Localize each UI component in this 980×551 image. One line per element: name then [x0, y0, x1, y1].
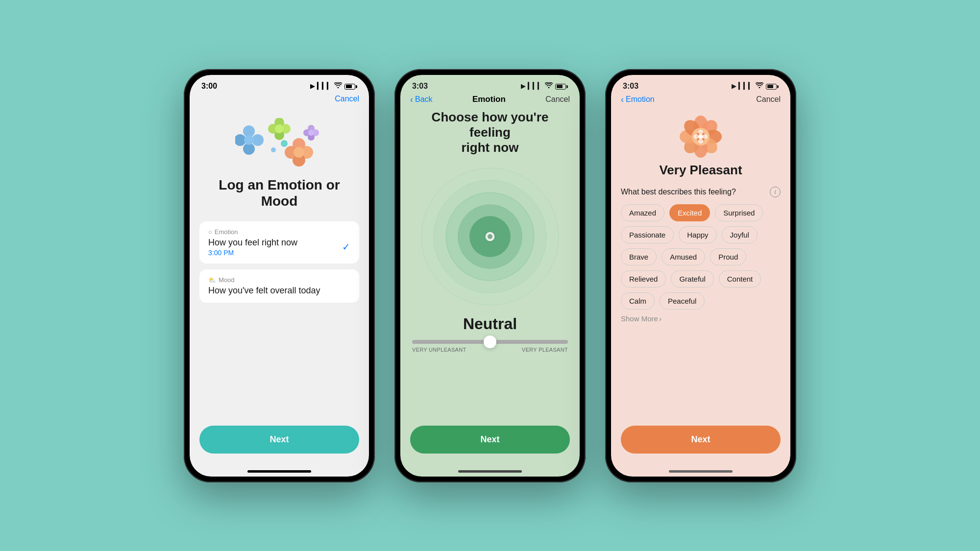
next-button-2[interactable]: Next [410, 426, 570, 454]
emotion-chip-happy[interactable]: Happy [679, 226, 716, 243]
status-icons-2: ▶ ▎▎▎ [521, 82, 568, 90]
svg-point-46 [703, 134, 708, 139]
signal-icon-3: ▎▎▎ [738, 82, 753, 90]
wifi-icon-2 [545, 82, 553, 90]
emotion-label: Emotion [215, 228, 238, 236]
battery-icon-2 [555, 82, 568, 90]
mood-option-card[interactable]: ⛅ Mood How you've felt overall today [199, 269, 359, 303]
svg-point-21 [308, 130, 314, 136]
show-more-button[interactable]: Show More › [621, 314, 662, 323]
back-button-3[interactable]: ‹ Emotion [621, 95, 655, 105]
next-button-1[interactable]: Next [199, 426, 359, 454]
emotion-time: 3:00 PM [208, 249, 297, 257]
svg-point-45 [694, 134, 699, 139]
mood-label: Mood [219, 276, 235, 284]
very-pleasant-flower [679, 115, 723, 159]
phone3-content: Very Pleasant What best describes this f… [611, 110, 790, 426]
page-title-1: Log an Emotion or Mood [199, 177, 359, 210]
cancel-button-2[interactable]: Cancel [545, 95, 570, 104]
wifi-icon-3 [756, 82, 763, 90]
nav-bar-2: ‹ Back Emotion Cancel [400, 93, 580, 110]
battery-icon-3 [766, 82, 779, 90]
location-icon-3: ▶ [732, 83, 736, 90]
phone1-content: Log an Emotion or Mood ○ Emotion How you… [190, 108, 369, 426]
phone-2: 3:03 ▶ ▎▎▎ [394, 69, 586, 482]
mood-icon: ⛅ [208, 276, 216, 284]
emotion-option-card[interactable]: ○ Emotion How you feel right now 3:00 PM… [199, 221, 359, 264]
emotion-chip-relieved[interactable]: Relieved [621, 270, 666, 287]
emotion-chip-grateful[interactable]: Grateful [671, 270, 713, 287]
chevron-left-icon-3: ‹ [621, 95, 624, 105]
next-button-3[interactable]: Next [621, 426, 781, 454]
svg-point-15 [281, 140, 288, 147]
mood-description: How you've felt overall today [208, 286, 350, 296]
flowers-svg [235, 118, 323, 172]
svg-point-16 [271, 147, 276, 152]
home-indicator-1 [247, 470, 311, 473]
wifi-icon-1 [334, 82, 342, 90]
status-time-3: 3:03 [623, 82, 638, 91]
svg-point-43 [698, 130, 703, 135]
svg-point-44 [698, 139, 703, 144]
status-time-2: 3:03 [412, 82, 428, 91]
slider-left-label: VERY UNPLEASANT [412, 347, 466, 353]
emotion-icon: ○ [208, 228, 212, 236]
cancel-button-3[interactable]: Cancel [756, 95, 781, 104]
svg-point-47 [698, 134, 703, 139]
home-indicator-3 [669, 470, 733, 473]
emotion-chip-content[interactable]: Content [719, 270, 761, 287]
status-icons-3: ▶ ▎▎▎ [732, 82, 779, 90]
emotion-chip-amazed[interactable]: Amazed [621, 204, 664, 221]
slider-track [412, 340, 568, 344]
cancel-button-1[interactable]: Cancel [335, 95, 359, 103]
signal-icon-1: ▎▎▎ [317, 82, 332, 90]
svg-point-32 [488, 234, 492, 239]
status-icons-1: ▶ ▎▎▎ [310, 82, 357, 90]
flower-icon-svg [679, 115, 723, 159]
nav-title-2: Emotion [472, 95, 506, 104]
emotion-description: How you feel right now [208, 238, 297, 248]
svg-point-14 [294, 147, 304, 158]
back-button-2[interactable]: ‹ Back [410, 95, 433, 105]
phone-1: 3:00 ▶ ▎▎▎ [184, 69, 375, 482]
status-bar-3: 3:03 ▶ ▎▎▎ [611, 75, 790, 93]
very-pleasant-title: Very Pleasant [659, 163, 742, 178]
emotion-chip-peaceful[interactable]: Peaceful [660, 292, 705, 310]
emotion-chip-brave[interactable]: Brave [621, 248, 657, 265]
phone-3: 3:03 ▶ ▎▎▎ [605, 69, 796, 482]
chevron-right-icon: › [659, 314, 662, 323]
status-time-1: 3:00 [201, 82, 217, 91]
emotion-chip-passionate[interactable]: Passionate [621, 226, 674, 243]
emotion-chip-surprised[interactable]: Surprised [715, 204, 763, 221]
emotion-chip-amused[interactable]: Amused [662, 248, 705, 265]
describes-question: What best describes this feeling? [621, 188, 736, 196]
describes-row: What best describes this feeling? i [621, 187, 781, 197]
location-icon-2: ▶ [521, 83, 525, 90]
checkmark-icon: ✓ [342, 241, 350, 253]
status-bar-2: 3:03 ▶ ▎▎▎ [400, 75, 580, 93]
emotion-chip-excited[interactable]: Excited [669, 204, 710, 221]
phone2-heading: Choose how you're feelingright now [410, 110, 570, 156]
status-bar-1: 3:00 ▶ ▎▎▎ [190, 75, 369, 93]
home-indicator-2 [458, 470, 522, 473]
emotion-chip-proud[interactable]: Proud [710, 248, 746, 265]
emotion-chips: AmazedExcitedSurprisedPassionateHappyJoy… [621, 204, 781, 310]
neutral-label: Neutral [463, 315, 517, 333]
emotion-chip-joyful[interactable]: Joyful [722, 226, 758, 243]
battery-icon-1 [344, 82, 357, 90]
emotion-wheel[interactable] [416, 163, 564, 310]
signal-icon-2: ▎▎▎ [528, 82, 542, 90]
chevron-left-icon-2: ‹ [410, 95, 413, 105]
nav-bar-3: ‹ Emotion Cancel [611, 93, 790, 110]
wheel-svg [416, 163, 564, 310]
phone2-content: Choose how you're feelingright now [400, 110, 580, 426]
info-icon[interactable]: i [770, 187, 781, 197]
flowers-illustration [235, 118, 323, 172]
emotion-chip-calm[interactable]: Calm [621, 292, 655, 310]
mood-slider[interactable]: VERY UNPLEASANT VERY PLEASANT [410, 340, 570, 353]
slider-right-label: VERY PLEASANT [522, 347, 568, 353]
slider-thumb[interactable] [484, 335, 496, 348]
svg-point-4 [244, 135, 254, 145]
svg-point-9 [275, 124, 284, 133]
location-icon-1: ▶ [310, 83, 315, 90]
